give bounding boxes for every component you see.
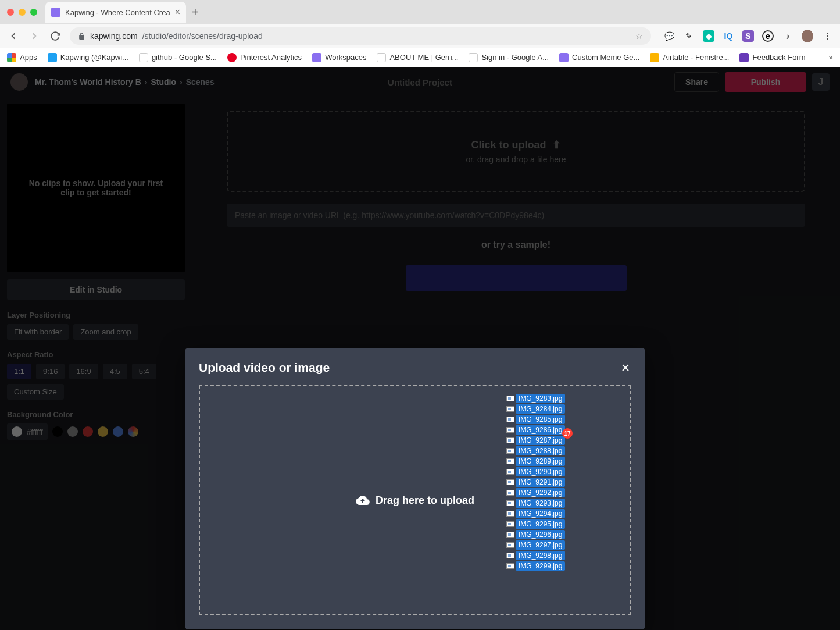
bookmark-label: Pinterest Analytics <box>240 53 302 62</box>
image-file-icon <box>506 458 514 464</box>
image-file-icon <box>506 479 514 485</box>
maximize-window-icon[interactable] <box>30 9 37 16</box>
toolbar-extensions: 💬 ✎ ◆ IQ S e ♪ ⋮ <box>663 30 833 42</box>
bookmark-icon <box>48 53 57 62</box>
file-name-chip: IMG_9285.jpg <box>516 415 565 424</box>
image-file-icon <box>506 553 514 558</box>
url-domain: kapwing.com <box>90 31 138 41</box>
back-button[interactable] <box>7 30 20 42</box>
image-file-icon <box>506 427 514 433</box>
dragged-file-item: IMG_9294.jpg <box>506 508 565 519</box>
bookmark-item[interactable]: github - Google S... <box>139 53 217 62</box>
dragged-file-item: IMG_9290.jpg <box>506 467 565 477</box>
bookmark-item[interactable]: Airtable - Femstre... <box>650 53 729 62</box>
image-file-icon <box>506 448 514 454</box>
ext-icon[interactable]: ◆ <box>703 30 714 42</box>
image-file-icon <box>506 406 514 412</box>
file-name-chip: IMG_9294.jpg <box>516 509 565 518</box>
dragged-file-item: IMG_9292.jpg <box>506 487 565 498</box>
tab-bar: Kapwing - Where Content Crea × + <box>0 0 840 24</box>
menu-icon[interactable]: ⋮ <box>821 30 833 42</box>
image-file-icon <box>506 417 514 422</box>
image-file-icon <box>506 511 514 517</box>
bookmark-item[interactable]: Custom Meme Ge... <box>559 53 639 62</box>
file-name-chip: IMG_9287.jpg <box>516 436 565 445</box>
bookmark-label: Airtable - Femstre... <box>663 53 729 62</box>
forward-button[interactable] <box>28 30 41 42</box>
cloud-upload-icon <box>356 493 370 507</box>
bookmark-label: Custom Meme Ge... <box>572 53 639 62</box>
minimize-window-icon[interactable] <box>19 9 26 16</box>
dragged-file-item: IMG_9297.jpg <box>506 540 565 550</box>
profile-avatar-icon[interactable] <box>802 30 813 42</box>
ext-icon[interactable]: ♪ <box>782 30 793 42</box>
modal-dropzone[interactable]: Drag here to upload 17 IMG_9283.jpgIMG_9… <box>199 385 631 615</box>
browser-tab[interactable]: Kapwing - Where Content Crea × <box>45 2 186 23</box>
tab-title: Kapwing - Where Content Crea <box>65 8 170 17</box>
bookmark-item[interactable]: Kapwing (@Kapwi... <box>48 53 128 62</box>
close-window-icon[interactable] <box>7 9 14 16</box>
dragged-file-item: IMG_9285.jpg <box>506 414 565 425</box>
image-file-icon <box>506 490 514 496</box>
window-controls[interactable] <box>7 9 37 16</box>
bookmark-item[interactable]: Sign in - Google A... <box>469 53 549 62</box>
star-icon[interactable]: ☆ <box>635 31 643 41</box>
file-name-chip: IMG_9292.jpg <box>516 488 565 497</box>
reload-button[interactable] <box>49 30 62 42</box>
modal-close-button[interactable] <box>620 362 631 373</box>
bookmark-label: Workspaces <box>325 53 366 62</box>
bookmark-item[interactable]: Workspaces <box>312 53 366 62</box>
lock-icon <box>78 33 85 40</box>
browser-chrome: Kapwing - Where Content Crea × + kapwing… <box>0 0 840 67</box>
ext-icon[interactable]: ✎ <box>683 30 695 42</box>
address-bar: kapwing.com/studio/editor/scenes/drag-up… <box>0 24 840 48</box>
file-name-chip: IMG_9293.jpg <box>516 499 565 508</box>
bookmark-item[interactable]: ABOUT ME | Gerri... <box>377 53 458 62</box>
bookmark-item[interactable]: Pinterest Analytics <box>227 53 302 62</box>
modal-title: Upload video or image <box>199 361 330 375</box>
dragged-file-list: IMG_9283.jpgIMG_9284.jpgIMG_9285.jpgIMG_… <box>506 393 565 571</box>
file-count-badge: 17 <box>562 428 573 439</box>
file-name-chip: IMG_9291.jpg <box>516 478 565 487</box>
upload-modal: Upload video or image Drag here to uploa… <box>185 348 645 629</box>
favicon-icon <box>51 8 60 17</box>
bookmark-bar: Apps Kapwing (@Kapwi... github - Google … <box>0 48 840 67</box>
url-path: /studio/editor/scenes/drag-upload <box>142 31 263 41</box>
bookmark-label: github - Google S... <box>152 53 217 62</box>
dragged-file-item: IMG_9298.jpg <box>506 550 565 561</box>
bookmark-label: Feedback Form <box>752 53 805 62</box>
drag-here-label: Drag here to upload <box>376 494 474 507</box>
dragged-file-item: IMG_9296.jpg <box>506 529 565 540</box>
bookmark-item[interactable]: Feedback Form <box>739 53 805 62</box>
dragged-file-item: IMG_9288.jpg <box>506 446 565 456</box>
tab-close-icon[interactable]: × <box>175 7 180 17</box>
dragged-file-item: IMG_9289.jpg <box>506 456 565 467</box>
bookmark-icon <box>312 53 321 62</box>
apps-button[interactable]: Apps <box>7 53 37 62</box>
dragged-file-item: IMG_9299.jpg <box>506 561 565 571</box>
ext-icon[interactable]: S <box>742 30 754 42</box>
image-file-icon <box>506 469 514 475</box>
file-name-chip: IMG_9289.jpg <box>516 457 565 466</box>
ext-icon[interactable]: e <box>762 30 774 42</box>
file-name-chip: IMG_9284.jpg <box>516 404 565 414</box>
file-name-chip: IMG_9288.jpg <box>516 446 565 455</box>
file-name-chip: IMG_9286.jpg <box>516 425 565 435</box>
kapwing-app: Mr. Thom's World History B › Studio › Sc… <box>0 67 840 630</box>
file-name-chip: IMG_9283.jpg <box>516 394 565 403</box>
bookmark-icon <box>377 53 386 62</box>
file-name-chip: IMG_9297.jpg <box>516 540 565 550</box>
dragged-file-item: IMG_9293.jpg <box>506 498 565 508</box>
new-tab-button[interactable]: + <box>192 6 199 19</box>
image-file-icon <box>506 396 514 401</box>
bookmark-icon <box>739 53 749 62</box>
ext-icon[interactable]: 💬 <box>663 30 675 42</box>
bookmark-icon <box>559 53 569 62</box>
ext-icon[interactable]: IQ <box>723 30 734 42</box>
dragged-file-item: IMG_9283.jpg <box>506 393 565 404</box>
image-file-icon <box>506 532 514 538</box>
url-input[interactable]: kapwing.com/studio/editor/scenes/drag-up… <box>70 27 651 45</box>
bookmark-overflow-icon[interactable]: » <box>829 53 833 62</box>
file-name-chip: IMG_9298.jpg <box>516 551 565 560</box>
dragged-file-item: IMG_9287.jpg <box>506 435 565 446</box>
